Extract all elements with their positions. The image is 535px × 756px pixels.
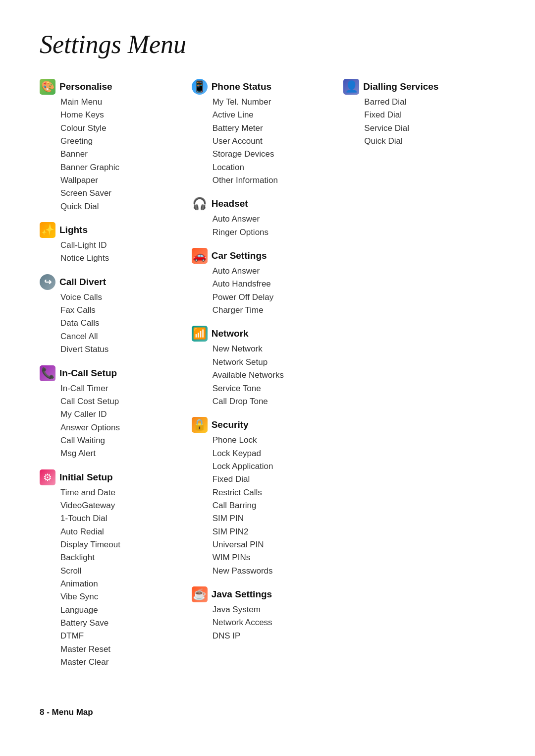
list-item: Call Cost Setup — [60, 395, 182, 408]
section-title-network: Network — [212, 328, 249, 339]
personalise-icon: 🎨 — [40, 79, 55, 95]
page-title: Settings Menu — [40, 30, 495, 59]
section-lights: ✨LightsCall-Light IDNotice Lights — [40, 222, 182, 265]
lights-icon: ✨ — [40, 222, 55, 238]
list-item: Display Timeout — [60, 538, 182, 551]
section-items-java-settings: Java SystemNetwork AccessDNS IP — [192, 603, 334, 642]
menu-columns: 🎨PersonaliseMain MenuHome KeysColour Sty… — [40, 79, 495, 678]
list-item: Backlight — [60, 551, 182, 564]
list-item: Storage Devices — [213, 148, 334, 161]
section-header-security: 🔒Security — [192, 417, 334, 433]
list-item: DNS IP — [213, 630, 334, 642]
list-item: Universal PIN — [213, 538, 334, 551]
list-item: Phone Lock — [213, 434, 334, 447]
section-items-lights: Call-Light IDNotice Lights — [40, 239, 182, 265]
list-item: Call Drop Tone — [213, 395, 334, 408]
section-java-settings: ☕Java SettingsJava SystemNetwork AccessD… — [192, 586, 334, 642]
section-header-car-settings: 🚗Car Settings — [192, 248, 334, 264]
section-title-initial-setup: Initial Setup — [59, 472, 113, 483]
list-item: Battery Meter — [213, 122, 334, 135]
list-item: Data Calls — [60, 317, 182, 330]
list-item: Divert Status — [60, 343, 182, 356]
section-car-settings: 🚗Car SettingsAuto AnswerAuto HandsfreePo… — [192, 248, 334, 317]
list-item: Barred Dial — [364, 96, 485, 109]
section-header-headset: 🎧Headset — [192, 196, 334, 212]
list-item: Lock Application — [213, 460, 334, 473]
list-item: New Network — [213, 343, 334, 355]
list-item: My Tel. Number — [213, 96, 334, 109]
security-icon: 🔒 — [192, 417, 208, 433]
list-item: Msg Alert — [60, 447, 182, 460]
list-item: Language — [60, 604, 182, 617]
section-items-headset: Auto AnswerRinger Options — [192, 213, 334, 239]
list-item: Other Information — [213, 174, 334, 187]
section-header-lights: ✨Lights — [40, 222, 182, 238]
list-item: Screen Saver — [60, 187, 182, 200]
section-phone-status: 📱Phone StatusMy Tel. NumberActive LineBa… — [192, 79, 334, 187]
section-items-personalise: Main MenuHome KeysColour StyleGreetingBa… — [40, 96, 182, 213]
list-item: Answer Options — [60, 421, 182, 434]
car-settings-icon: 🚗 — [192, 248, 208, 264]
phone-status-icon: 📱 — [192, 79, 208, 95]
incall-setup-icon: 📞 — [40, 365, 55, 381]
list-item: Colour Style — [60, 122, 182, 135]
list-item: Network Setup — [213, 356, 334, 369]
section-header-phone-status: 📱Phone Status — [192, 79, 334, 95]
section-headset: 🎧HeadsetAuto AnswerRinger Options — [192, 196, 334, 239]
section-items-incall-setup: In-Call TimerCall Cost SetupMy Caller ID… — [40, 382, 182, 461]
section-title-call-divert: Call Divert — [59, 277, 106, 288]
section-title-headset: Headset — [212, 198, 248, 209]
java-settings-icon: ☕ — [192, 586, 208, 602]
list-item: Network Access — [213, 616, 334, 629]
list-item: Animation — [60, 578, 182, 590]
list-item: Call-Light ID — [60, 239, 182, 252]
section-header-call-divert: ↪Call Divert — [40, 274, 182, 290]
list-item: Service Tone — [213, 382, 334, 395]
section-title-security: Security — [212, 419, 249, 430]
section-title-incall-setup: In-Call Setup — [59, 368, 117, 379]
section-items-call-divert: Voice CallsFax CallsData CallsCancel All… — [40, 291, 182, 356]
list-item: Cancel All — [60, 330, 182, 343]
list-item: Banner Graphic — [60, 161, 182, 174]
list-item: DTMF — [60, 630, 182, 642]
section-items-initial-setup: Time and DateVideoGateway1-Touch DialAut… — [40, 486, 182, 669]
section-dialling-services: 👤Dialling ServicesBarred DialFixed DialS… — [343, 79, 485, 148]
list-item: Auto Handsfree — [213, 278, 334, 291]
list-item: Fax Calls — [60, 304, 182, 317]
list-item: Auto Answer — [213, 213, 334, 226]
column-col3: 👤Dialling ServicesBarred DialFixed DialS… — [343, 79, 495, 157]
list-item: Notice Lights — [60, 252, 182, 265]
list-item: Battery Save — [60, 617, 182, 630]
section-items-car-settings: Auto AnswerAuto HandsfreePower Off Delay… — [192, 265, 334, 317]
section-items-phone-status: My Tel. NumberActive LineBattery MeterUs… — [192, 96, 334, 187]
list-item: Power Off Delay — [213, 291, 334, 304]
list-item: Service Dial — [364, 122, 485, 135]
list-item: Location — [213, 161, 334, 174]
section-initial-setup: ⚙Initial SetupTime and DateVideoGateway1… — [40, 469, 182, 669]
section-title-car-settings: Car Settings — [212, 250, 267, 261]
list-item: Lock Keypad — [213, 447, 334, 460]
column-col1: 🎨PersonaliseMain MenuHome KeysColour Sty… — [40, 79, 192, 678]
list-item: 1-Touch Dial — [60, 512, 182, 525]
list-item: Home Keys — [60, 109, 182, 121]
list-item: WIM PINs — [213, 551, 334, 564]
list-item: Restrict Calls — [213, 486, 334, 499]
section-header-initial-setup: ⚙Initial Setup — [40, 469, 182, 485]
call-divert-icon: ↪ — [40, 274, 55, 290]
list-item: In-Call Timer — [60, 382, 182, 395]
section-call-divert: ↪Call DivertVoice CallsFax CallsData Cal… — [40, 274, 182, 356]
section-items-dialling-services: Barred DialFixed DialService DialQuick D… — [343, 96, 485, 148]
list-item: SIM PIN2 — [213, 525, 334, 538]
list-item: Java System — [213, 603, 334, 616]
list-item: SIM PIN — [213, 512, 334, 525]
list-item: New Passwords — [213, 565, 334, 578]
list-item: Quick Dial — [60, 200, 182, 213]
list-item: Greeting — [60, 135, 182, 148]
dialling-services-icon: 👤 — [343, 79, 359, 95]
list-item: Wallpaper — [60, 174, 182, 187]
list-item: Main Menu — [60, 96, 182, 109]
section-personalise: 🎨PersonaliseMain MenuHome KeysColour Sty… — [40, 79, 182, 213]
list-item: Banner — [60, 148, 182, 161]
list-item: Auto Redial — [60, 525, 182, 538]
list-item: Call Barring — [213, 499, 334, 512]
